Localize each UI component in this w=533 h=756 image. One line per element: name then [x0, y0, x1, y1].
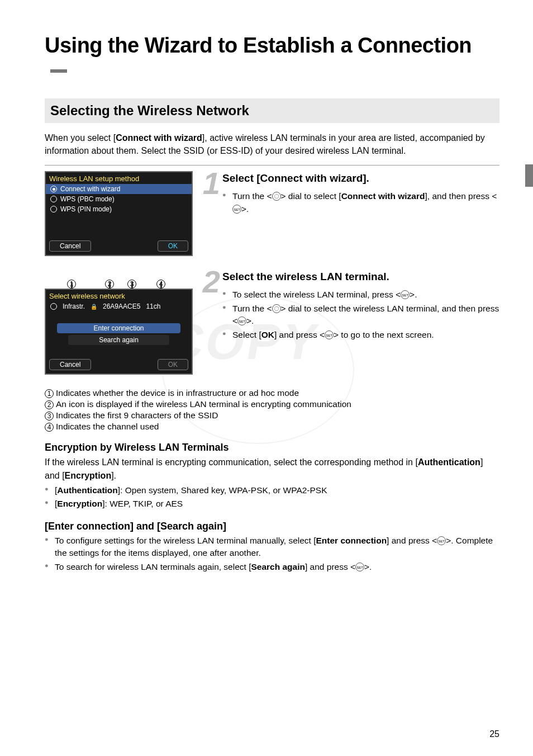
t: Authentication: [418, 457, 480, 467]
step1-heading: Select [Connect with wizard].: [222, 172, 499, 185]
cam1-title: Wireless LAN setup method: [46, 172, 192, 184]
cam2-channel: 11ch: [146, 303, 160, 310]
set-icon: [232, 205, 241, 214]
t: ].: [111, 471, 116, 480]
encryption-heading: Encryption by Wireless LAN Terminals: [45, 442, 499, 453]
legend-3: 3Indicates the first 9 characters of the…: [45, 410, 499, 420]
set-icon: [325, 330, 334, 339]
es-bullet-2: To search for wireless LAN terminals aga…: [45, 561, 499, 573]
t: >.: [410, 290, 417, 299]
set-icon: [401, 290, 410, 299]
page-title-text: Using the Wizard to Establish a Connecti…: [45, 34, 472, 57]
camera-screen-2: Select wireless network Infrastr. 🔒 26A9…: [45, 289, 193, 375]
t: Enter connection: [316, 536, 387, 545]
t: Authentication: [57, 485, 118, 495]
t: ] and press <: [387, 536, 437, 545]
page-title: Using the Wizard to Establish a Connecti…: [45, 34, 499, 82]
intro-bold: Connect with wizard: [116, 133, 202, 143]
callout-legend: 1Indicates whether the device is in infr…: [45, 388, 499, 432]
step2-bullet-3: Select [OK] and press <> to go to the ne…: [222, 329, 499, 341]
enc-bullet-1: [Authentication]: Open system, Shared ke…: [45, 484, 499, 497]
cam1-cancel-button: Cancel: [49, 240, 91, 252]
t: If the wireless LAN terminal is encrypti…: [45, 457, 418, 467]
cam2-enter-connection: Enter connection: [57, 323, 180, 333]
cam2-network-row: Infrastr. 🔒 26A9AACE5 11ch: [46, 301, 192, 311]
cam2-cancel-button: Cancel: [49, 359, 91, 370]
legend-4-text: Indicates the channel used: [56, 422, 159, 431]
cnum-3-icon: 3: [45, 412, 54, 420]
step-number-1: 1: [193, 171, 218, 196]
es-bullet-1: To configure settings for the wireless L…: [45, 535, 499, 560]
t: Search again: [251, 562, 305, 571]
t: >.: [364, 562, 372, 571]
legend-2: 2An icon is displayed if the wireless LA…: [45, 399, 499, 409]
radio-icon: [50, 196, 57, 202]
cam1-ok-button: OK: [158, 240, 188, 252]
legend-4: 4Indicates the channel used: [45, 422, 499, 432]
cam2-title: Select wireless network: [46, 290, 192, 301]
edge-tab: [525, 164, 533, 187]
cam1-option-wps-pin: WPS (PIN mode): [46, 204, 192, 214]
step1-bullet-1: Turn the <> dial to select [Connect with…: [222, 190, 499, 215]
cam1-option-wizard: Connect with wizard: [46, 184, 192, 194]
cam1-opt3-label: WPS (PIN mode): [60, 205, 112, 213]
step2-bullet-1: To select the wireless LAN terminal, pre…: [222, 289, 499, 301]
camera-screen-1: Wireless LAN setup method Connect with w…: [45, 171, 193, 256]
t: > dial to select [: [281, 191, 341, 201]
legend-2-text: An icon is displayed if the wireless LAN…: [56, 399, 351, 409]
legend-1: 1Indicates whether the device is in infr…: [45, 388, 499, 398]
callout-indicators: 1 2 3 4: [45, 272, 193, 289]
lock-icon: 🔒: [91, 304, 97, 310]
t: ] and press <: [305, 562, 355, 571]
t: Connect with wizard: [341, 191, 425, 201]
page-number: 25: [489, 729, 499, 739]
set-icon: [237, 316, 246, 325]
legend-1-text: Indicates whether the device is in infra…: [56, 388, 299, 398]
t: Encryption: [57, 499, 102, 508]
encryption-paragraph: If the wireless LAN terminal is encrypti…: [45, 456, 499, 481]
dial-icon: [272, 304, 281, 313]
t: >.: [246, 316, 254, 325]
step-1: Wireless LAN setup method Connect with w…: [45, 171, 499, 259]
cam2-mode: Infrastr.: [63, 303, 85, 310]
t: Select [: [232, 330, 261, 339]
step2-heading: Select the wireless LAN terminal.: [222, 271, 499, 283]
step2-bullet-2: Turn the <> dial to select the wireless …: [222, 303, 499, 328]
intro-text-a: When you select [: [45, 133, 116, 143]
t: To configure settings for the wireless L…: [55, 536, 316, 545]
t: ]: Open system, Shared key, WPA-PSK, or …: [118, 485, 327, 495]
t: ]: WEP, TKIP, or AES: [102, 499, 183, 508]
enter-search-heading: [Enter connection] and [Search again]: [45, 521, 499, 532]
step-number-2: 2: [193, 270, 218, 295]
radio-selected-icon: [50, 186, 57, 192]
enc-bullet-2: [Encryption]: WEP, TKIP, or AES: [45, 498, 499, 510]
t: Encryption: [65, 471, 112, 480]
cam2-ssid: 26A9AACE5: [103, 303, 140, 310]
radio-icon: [50, 206, 57, 212]
t: OK: [261, 330, 274, 339]
cnum-4-icon: 4: [45, 423, 54, 432]
t: To select the wireless LAN terminal, pre…: [232, 290, 401, 299]
cnum-1-icon: 1: [45, 389, 54, 398]
t: Turn the <: [232, 304, 272, 313]
t: >.: [241, 204, 249, 214]
t: > to go to the next screen.: [334, 330, 434, 339]
step-2: 1 2 3 4 Select wireless network Infrastr…: [45, 270, 499, 378]
t: ] and press <: [274, 330, 325, 339]
cam2-search-again: Search again: [68, 335, 169, 345]
intro-paragraph: When you select [Connect with wizard], a…: [45, 131, 499, 157]
cam1-option-wps-pbc: WPS (PBC mode): [46, 194, 192, 204]
cnum-2-icon: 2: [45, 400, 54, 409]
cam1-opt2-label: WPS (PBC mode): [60, 195, 115, 203]
cam2-ok-button: OK: [158, 359, 188, 370]
t: ], and then press <: [425, 191, 497, 201]
set-icon: [355, 563, 364, 571]
title-rule-icon: [50, 69, 67, 73]
radio-icon: [50, 303, 57, 310]
legend-3-text: Indicates the first 9 characters of the …: [56, 410, 218, 420]
dial-icon: [272, 192, 281, 201]
cam1-opt1-label: Connect with wizard: [60, 185, 120, 193]
t: To search for wireless LAN terminals aga…: [55, 562, 251, 571]
separator: [45, 165, 499, 166]
set-icon: [437, 536, 446, 545]
